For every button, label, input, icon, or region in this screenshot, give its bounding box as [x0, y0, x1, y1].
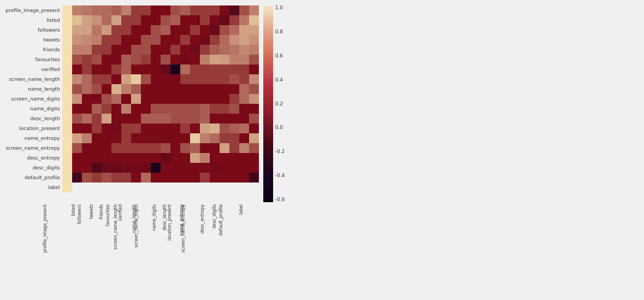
heatmap-cell	[62, 35, 72, 45]
heatmap-cell	[170, 133, 180, 143]
heatmap-cell	[121, 94, 131, 104]
heatmap-cell	[102, 64, 111, 74]
heatmap-cell	[190, 163, 200, 173]
heatmap-cell	[131, 163, 141, 173]
heatmap-cell	[92, 94, 102, 104]
heatmap-cell	[102, 55, 111, 64]
y-label: screen_name_entropy	[5, 143, 60, 153]
heatmap-cell	[220, 104, 229, 114]
heatmap-cell	[210, 173, 220, 183]
heatmap-cell	[131, 25, 141, 35]
heatmap-cell	[161, 74, 170, 84]
colorbar-tick-label: 0.8	[275, 30, 285, 34]
heatmap-cell	[161, 143, 170, 153]
heatmap-cell	[220, 163, 229, 173]
heatmap-cell	[102, 153, 111, 163]
heatmap-cell	[200, 114, 210, 123]
heatmap-cell	[111, 55, 121, 64]
heatmap-cell	[180, 153, 190, 163]
heatmap-cell	[102, 25, 111, 35]
heatmap-cell	[151, 64, 161, 74]
heatmap-cell	[102, 94, 111, 104]
heatmap-cell	[102, 173, 111, 183]
heatmap-cell	[170, 94, 180, 104]
heatmap-cell	[151, 153, 161, 163]
heatmap-cell	[220, 114, 229, 123]
heatmap-cell	[131, 153, 141, 163]
heatmap-cell	[249, 153, 259, 163]
heatmap-cell	[239, 104, 249, 114]
heatmap-cell	[190, 5, 200, 15]
heatmap-cell	[111, 114, 121, 123]
heatmap-cell	[220, 55, 229, 64]
heatmap-cell	[210, 114, 220, 123]
heatmap-cell	[249, 94, 259, 104]
heatmap-cell	[170, 114, 180, 123]
heatmap-cell	[239, 64, 249, 74]
heatmap-cell	[102, 133, 111, 143]
heatmap-cell	[82, 45, 92, 55]
heatmap-cell	[170, 84, 180, 94]
heatmap-cell	[82, 35, 92, 45]
heatmap-cell	[102, 5, 111, 15]
heatmap-cell	[102, 84, 111, 94]
y-label: screen_name_digits	[5, 94, 60, 104]
heatmap-cell	[102, 163, 111, 173]
colorbar-section: 1.00.80.60.40.20.0-0.2-0.4-0.6	[263, 5, 285, 202]
heatmap-cell	[200, 25, 210, 35]
heatmap-cell	[141, 55, 151, 64]
heatmap-cell	[62, 15, 72, 25]
heatmap-cell	[102, 143, 111, 153]
heatmap-cell	[92, 114, 102, 123]
heatmap-cell	[239, 5, 249, 15]
heatmap-cell	[161, 114, 170, 123]
y-label: screen_name_length	[5, 74, 60, 84]
x-label: name_digits	[152, 204, 157, 231]
heatmap-cell	[121, 55, 131, 64]
heatmap-cell	[239, 94, 249, 104]
heatmap-cell	[249, 55, 259, 64]
heatmap-cell	[200, 15, 210, 25]
heatmap-cell	[111, 173, 121, 183]
heatmap-cell	[170, 74, 180, 84]
heatmap-cell	[111, 15, 121, 25]
heatmap-cell	[111, 163, 121, 173]
heatmap-cell	[200, 35, 210, 45]
heatmap-cell	[141, 173, 151, 183]
heatmap-cell	[62, 84, 72, 94]
heatmap-cell	[141, 35, 151, 45]
heatmap-cell	[72, 153, 82, 163]
heatmap-cell	[190, 35, 200, 45]
heatmap-cell	[239, 133, 249, 143]
heatmap-cell	[121, 104, 131, 114]
heatmap-cell	[210, 133, 220, 143]
heatmap-cell	[190, 123, 200, 133]
heatmap-cell	[141, 94, 151, 104]
heatmap-cell	[141, 5, 151, 15]
heatmap-cell	[229, 35, 239, 45]
heatmap-cell	[82, 25, 92, 35]
heatmap-cell	[92, 45, 102, 55]
heatmap-cell	[239, 45, 249, 55]
heatmap-cell	[121, 15, 131, 25]
heatmap-cell	[82, 153, 92, 163]
heatmap-cell	[62, 45, 72, 55]
heatmap-cell	[190, 143, 200, 153]
heatmap-cell	[210, 163, 220, 173]
x-label: friends	[99, 204, 104, 220]
heatmap-cell	[180, 45, 190, 55]
heatmap-cell	[62, 104, 72, 114]
heatmap-cell	[220, 94, 229, 104]
heatmap-cell	[92, 84, 102, 94]
x-label-wrapper: verified	[121, 202, 131, 209]
heatmap-cell	[229, 74, 239, 84]
heatmap-cell	[210, 35, 220, 45]
heatmap-cell	[82, 104, 92, 114]
heatmap-cell	[161, 84, 170, 94]
heatmap-cell	[180, 5, 190, 15]
heatmap-cell	[82, 143, 92, 153]
left-section: profile_image_presentlistedfollowerstwee…	[5, 5, 285, 284]
heatmap-cell	[249, 5, 259, 15]
heatmap-cell	[92, 35, 102, 45]
heatmap-cell	[180, 84, 190, 94]
